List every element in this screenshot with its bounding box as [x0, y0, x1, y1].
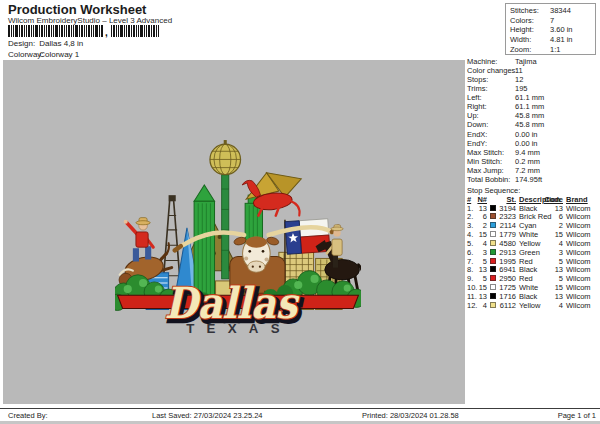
- machine-row-value: 174.95ft: [515, 175, 542, 184]
- stop-row-stitch-count: 6112: [497, 301, 516, 310]
- stop-row-description: Yellow: [519, 301, 540, 310]
- barcode-bar: [61, 25, 63, 37]
- stop-sequence-row: 3.22114Cyan2Wilcom: [0, 221, 600, 230]
- design-value: Dallas 4,8 in: [39, 39, 83, 48]
- stop-row-description: Black: [519, 292, 537, 301]
- summary-row-value: 7: [550, 16, 554, 25]
- stop-row-needle: 15: [476, 230, 487, 239]
- stop-row-stitch-count: 2950: [497, 274, 516, 283]
- barcode-bar: [19, 25, 20, 37]
- barcode-bar: [93, 25, 94, 37]
- stop-row-stitch-count: 2114: [497, 221, 516, 230]
- machine-row: Total Bobbin:174.95ft: [467, 175, 544, 184]
- machine-row-value: 195: [515, 84, 528, 93]
- stop-row-brand: Wilcom: [566, 283, 591, 292]
- stop-sequence-row: 6.32913Green3Wilcom: [0, 248, 600, 257]
- machine-row-value: Tajima: [515, 57, 537, 66]
- barcode-bar: [133, 25, 135, 37]
- barcode-bar: [35, 25, 38, 37]
- machine-row: Min Stitch:0.2 mm: [467, 157, 544, 166]
- page-title: Production Worksheet: [8, 2, 146, 17]
- page-number: Page 1 of 1: [558, 411, 596, 420]
- barcode-bar: [59, 25, 60, 37]
- stop-row-code: 15: [544, 230, 563, 239]
- machine-row: Max Stitch:9.4 mm: [467, 148, 544, 157]
- barcode-bar: [81, 25, 83, 37]
- barcode-bar: [120, 25, 123, 37]
- machine-row-label: Left:: [467, 93, 515, 102]
- stop-row-brand: Wilcom: [566, 274, 591, 283]
- stop-row-description: Cyan: [519, 221, 537, 230]
- machine-row: Up:45.8 mm: [467, 111, 544, 120]
- stop-row-code: 3: [544, 248, 563, 257]
- barcode-bar: [48, 25, 50, 37]
- colorway-row: Colorway: Colorway 1: [8, 50, 79, 59]
- barcode-bar: [151, 25, 152, 37]
- barcode-bar: [86, 25, 87, 37]
- machine-row-label: Up:: [467, 111, 515, 120]
- machine-row: Trims:195: [467, 84, 544, 93]
- barcode-bar: [73, 25, 74, 37]
- barcode-bar: [68, 25, 70, 37]
- stop-row-description: Yellow: [519, 239, 540, 248]
- barcode-bar: [39, 25, 40, 37]
- barcode-bar: [15, 25, 18, 37]
- barcode-bar: [75, 25, 78, 37]
- stop-row-code: 4: [544, 239, 563, 248]
- barcode-bar: [140, 25, 143, 37]
- stop-row-brand: Wilcom: [566, 248, 591, 257]
- thread-color-swatch: [490, 213, 496, 219]
- barcode-bar: [33, 25, 34, 37]
- summary-row: Stitches:38344: [506, 6, 595, 16]
- stop-row-stitch-count: 2913: [497, 248, 516, 257]
- machine-row-label: Machine:: [467, 57, 515, 66]
- summary-row-label: Stitches:: [510, 6, 550, 16]
- barcode-bar: [111, 25, 112, 37]
- stop-row-stitch-count: 1995: [497, 257, 516, 266]
- stop-sequence-row: 1.133194Black13Wilcom: [0, 204, 600, 213]
- stop-row-code: 6: [544, 212, 563, 221]
- summary-row-label: Colors:: [510, 16, 550, 26]
- stop-row-needle: 6: [476, 212, 487, 221]
- machine-row-value: 9.4 mm: [515, 148, 540, 157]
- machine-row-value: 61.1 mm: [515, 93, 544, 102]
- machine-row-label: Min Stitch:: [467, 157, 515, 166]
- machine-row-value: 0.00 in: [515, 130, 538, 139]
- machine-row: Machine:Tajima: [467, 57, 544, 66]
- barcode-comma: ,: [105, 27, 108, 38]
- stop-row-needle: 13: [476, 292, 487, 301]
- barcode-bar: [113, 25, 115, 37]
- stop-row-brand: Wilcom: [566, 292, 591, 301]
- machine-row-value: 45.8 mm: [515, 120, 544, 129]
- stop-row-description: Black: [519, 265, 537, 274]
- stop-row-stitch-count: 3194: [497, 204, 516, 213]
- barcode-bar: [55, 25, 58, 37]
- stop-row-brand: Wilcom: [566, 265, 591, 274]
- barcode-bar: [84, 25, 85, 37]
- summary-row-label: Width:: [510, 35, 550, 45]
- thread-color-swatch: [490, 205, 496, 211]
- barcode-bar: [66, 25, 67, 37]
- stop-row-code: 13: [544, 204, 563, 213]
- design-name-row: Design: Dallas 4,8 in: [8, 39, 83, 48]
- stop-row-description: White: [519, 230, 538, 239]
- barcode-bar: [116, 25, 117, 37]
- barcode-bar: [148, 25, 150, 37]
- machine-info-panel: Machine:TajimaColor changes:11Stops:12Tr…: [467, 57, 544, 184]
- machine-row-value: 45.8 mm: [515, 111, 544, 120]
- machine-row-label: EndY:: [467, 139, 515, 148]
- barcode-bar: [99, 25, 100, 37]
- thread-color-swatch: [490, 249, 496, 255]
- stop-sequence-row: 4.151779White15Wilcom: [0, 230, 600, 239]
- stop-row-needle: 4: [476, 301, 487, 310]
- barcode-bar: [44, 25, 45, 37]
- machine-row-value: 11: [515, 66, 523, 75]
- stop-row-description: Green: [519, 248, 540, 257]
- barcode-bar: [126, 25, 127, 37]
- summary-row-label: Height:: [510, 25, 550, 35]
- stop-row-needle: 3: [476, 248, 487, 257]
- stop-row-brand: Wilcom: [566, 212, 591, 221]
- thread-color-swatch: [490, 231, 496, 237]
- machine-row-label: Trims:: [467, 84, 515, 93]
- design-barcode: ,: [8, 25, 168, 38]
